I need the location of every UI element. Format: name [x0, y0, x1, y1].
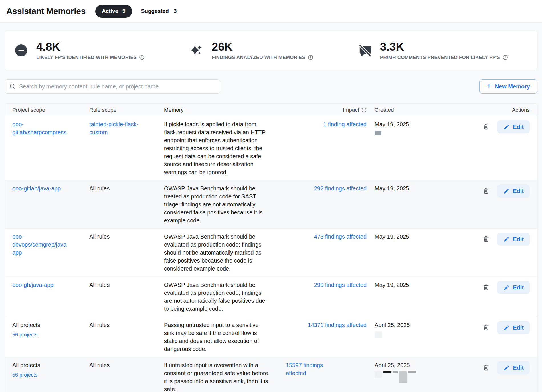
table-row: ooo-devops/semgrep/java-appAll rulesOWAS…	[5, 229, 537, 277]
column-header-memory: Memory	[164, 107, 286, 113]
stat-value: 4.8K	[36, 41, 145, 53]
trash-icon	[483, 364, 490, 371]
column-header-project-scope: Project scope	[5, 107, 89, 113]
edit-button-label: Edit	[513, 284, 524, 291]
info-icon[interactable]	[503, 55, 508, 60]
rule-scope-text: All rules	[89, 322, 110, 328]
table-body: ooo-gitlab/sharpcompresstainted-pickle-f…	[5, 116, 537, 392]
memory-text: If pickle.loads is applied to data from …	[164, 121, 265, 175]
memory-text: OWASP Java Benchmark should be evaluated…	[164, 282, 265, 312]
stat-value: 26K	[212, 41, 313, 53]
plus-icon: +	[487, 82, 491, 90]
column-header-created: Created	[367, 107, 441, 113]
delete-button[interactable]	[482, 123, 490, 131]
created-date: May 19, 2025	[375, 184, 441, 192]
trash-icon	[483, 187, 490, 194]
project-count-link[interactable]: 56 projects	[12, 331, 74, 339]
table-row: All projects56 projectsAll rulesPassing …	[5, 317, 537, 357]
project-scope-link[interactable]: ooo-gitlab/sharpcompress	[12, 121, 66, 135]
rule-scope-link[interactable]: tainted-pickle-flask-custom	[89, 121, 138, 135]
edit-button[interactable]: Edit	[497, 361, 530, 374]
impact-link[interactable]: 1 finding affected	[323, 120, 367, 128]
pencil-icon	[503, 236, 509, 242]
impact-link[interactable]: 292 findings affected	[314, 184, 367, 192]
rule-scope-text: All rules	[89, 362, 110, 368]
activity-bar	[383, 371, 391, 373]
top-bar: Assistant Memories Active 9 Suggested 3	[0, 0, 542, 23]
delete-button[interactable]	[482, 364, 490, 372]
table-row: ooo-gitlab/java-appAll rulesOWASP Java B…	[5, 180, 537, 229]
table-row: ooo-gh/java-appAll rulesOWASP Java Bench…	[5, 277, 537, 317]
project-scope-link[interactable]: ooo-gitlab/java-app	[12, 185, 61, 192]
stat-likely-fps: 4.8K LIKELY FP'S IDENTIFIED WITH MEMORIE…	[5, 41, 180, 60]
delete-button[interactable]	[482, 235, 490, 243]
pencil-icon	[503, 285, 509, 291]
stat-label: PR/MR COMMENTS PREVENTED FOR LIKELY FP'S	[380, 55, 500, 60]
search-input[interactable]	[19, 83, 216, 90]
stat-comments-prevented: 3.3K PR/MR COMMENTS PREVENTED FOR LIKELY…	[349, 41, 537, 60]
new-memory-label: New Memory	[495, 83, 530, 90]
info-icon[interactable]	[308, 55, 313, 60]
pencil-icon	[503, 124, 509, 130]
activity-bar	[393, 371, 398, 373]
impact-link[interactable]: 15597 findings affected	[286, 361, 337, 377]
memory-text: OWASP Java Benchmark should be evaluated…	[164, 233, 261, 272]
edit-button-label: Edit	[513, 188, 524, 194]
minus-circle-icon	[15, 44, 28, 57]
activity-bar	[408, 371, 416, 373]
impact-link[interactable]: 14371 findings affected	[308, 321, 367, 329]
project-scope-link[interactable]: ooo-gh/java-app	[12, 282, 54, 288]
edit-button[interactable]: Edit	[497, 120, 530, 133]
info-icon[interactable]	[361, 107, 367, 113]
activity-bar	[375, 331, 382, 338]
created-date: May 19, 2025	[375, 281, 441, 289]
delete-button[interactable]	[482, 283, 490, 291]
pencil-icon	[503, 365, 509, 371]
edit-button[interactable]: Edit	[497, 281, 530, 294]
rule-scope-text: All rules	[89, 185, 110, 192]
memory-text: OWASP Java Benchmark should be treated a…	[164, 185, 263, 224]
stat-label: FINDINGS ANALYZED WITH MEMORIES	[212, 55, 305, 60]
search-box	[5, 79, 220, 94]
column-header-rule-scope: Rule scope	[89, 107, 164, 113]
edit-button[interactable]: Edit	[497, 184, 530, 198]
impact-link[interactable]: 473 findings affected	[314, 233, 367, 241]
activity-bar	[375, 131, 381, 135]
edit-button-label: Edit	[513, 124, 524, 130]
info-icon[interactable]	[139, 55, 145, 60]
tab-suggested-count: 3	[174, 8, 177, 14]
activity-bar	[399, 371, 407, 383]
tab-active-label: Active	[102, 8, 118, 14]
activity-sparkline	[375, 131, 441, 135]
table-header: Project scope Rule scope Memory Impact C…	[5, 104, 537, 116]
project-scope-text: All projects	[12, 322, 40, 328]
table-row: All projects56 projectsAll rulesIf untru…	[5, 357, 537, 392]
edit-button-label: Edit	[513, 324, 524, 331]
tab-suggested[interactable]: Suggested 3	[137, 5, 181, 18]
tab-active-count: 9	[122, 8, 126, 14]
memories-table: Project scope Rule scope Memory Impact C…	[5, 103, 537, 392]
stats-card: 4.8K LIKELY FP'S IDENTIFIED WITH MEMORIE…	[5, 31, 537, 70]
rule-scope-text: All rules	[89, 233, 110, 240]
edit-button[interactable]: Edit	[497, 321, 530, 334]
project-scope-text: All projects	[12, 362, 40, 368]
activity-bar	[375, 371, 382, 378]
activity-sparkline	[375, 331, 441, 338]
trash-icon	[483, 123, 490, 130]
tab-active[interactable]: Active 9	[95, 5, 132, 18]
project-scope-link[interactable]: ooo-devops/semgrep/java-app	[12, 233, 68, 256]
created-date: May 19, 2025	[375, 120, 441, 128]
edit-button-label: Edit	[513, 236, 524, 243]
edit-button[interactable]: Edit	[497, 233, 530, 246]
impact-link[interactable]: 299 findings affected	[314, 281, 367, 289]
column-header-impact: Impact	[286, 107, 367, 113]
project-count-link[interactable]: 56 projects	[12, 371, 74, 379]
memory-text: Passing untrusted input to a sensitive s…	[164, 322, 259, 352]
delete-button[interactable]	[482, 324, 490, 332]
delete-button[interactable]	[482, 187, 490, 195]
created-date: April 25, 2025	[375, 361, 441, 369]
rule-scope-text: All rules	[89, 282, 110, 288]
edit-button-label: Edit	[513, 365, 524, 371]
new-memory-button[interactable]: + New Memory	[479, 79, 537, 94]
stat-findings-analyzed: 26K FINDINGS ANALYZED WITH MEMORIES	[180, 41, 349, 60]
